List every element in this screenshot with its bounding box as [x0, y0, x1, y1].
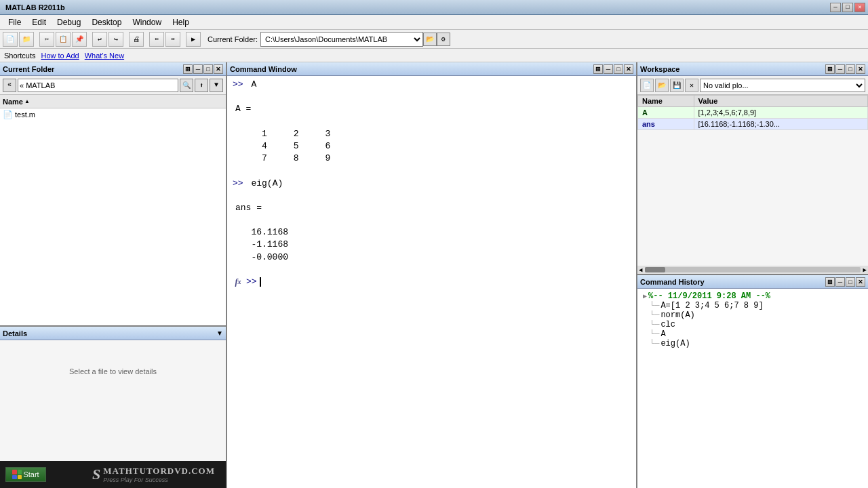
- shortcuts-whats-new[interactable]: What's MATLAB R2011bNew: [85, 52, 124, 60]
- minimize-button[interactable]: ─: [830, 3, 841, 12]
- maximize-button[interactable]: □: [842, 3, 853, 12]
- cut-button[interactable]: ✂: [39, 32, 54, 47]
- redo-button[interactable]: ↪: [108, 32, 123, 47]
- history-content: ▶ %-- 11/9/2011 9:28 AM --% A=[1 2 3;4 5…: [637, 289, 868, 488]
- menu-edit[interactable]: Edit: [26, 16, 52, 28]
- workspace-row-A[interactable]: A [1,2,3;4,5,6;7,8,9]: [638, 107, 868, 119]
- ws-min-button[interactable]: ─: [835, 64, 845, 74]
- history-cmd-4[interactable]: A: [643, 329, 863, 339]
- scroll-right-button[interactable]: ▶: [862, 266, 868, 274]
- command-window-title-bar: Command Window ⊞ ─ □ ✕: [227, 62, 636, 76]
- workspace-scrollbar[interactable]: ◀ ▶: [637, 266, 868, 274]
- matrix-2-1: 4 5 6: [233, 141, 330, 151]
- cmd-blank-6: [233, 264, 631, 276]
- menu-bar: File Edit Debug Desktop Window Help: [0, 15, 868, 30]
- workspace-title: Workspace: [640, 65, 825, 73]
- cw-min-button[interactable]: ─: [604, 64, 613, 74]
- details-title-bar[interactable]: Details ▼: [0, 327, 226, 340]
- browse-button[interactable]: ⬅: [149, 32, 164, 47]
- simulink-button[interactable]: ▶: [186, 32, 201, 47]
- file-list-header: Name ▲: [0, 95, 226, 108]
- scrollbar-track: [645, 267, 860, 272]
- workspace-row-ans[interactable]: ans [16.1168;-1.1168;-1.30...: [638, 119, 868, 130]
- hist-close-button[interactable]: ✕: [856, 277, 865, 287]
- hist-max-button[interactable]: □: [846, 277, 855, 287]
- windows-logo-icon: [12, 470, 22, 479]
- open-file-button[interactable]: 📁: [19, 32, 34, 47]
- sort-arrow: ▲: [24, 98, 30, 104]
- ws-delete-button[interactable]: ✕: [685, 79, 698, 92]
- back-button[interactable]: «: [3, 79, 16, 92]
- history-cmd-5[interactable]: eig(A): [643, 339, 863, 348]
- cw-undock-button[interactable]: ⊞: [593, 64, 603, 74]
- current-folder-select[interactable]: C:\Users\Jason\Documents\MATLAB: [260, 32, 423, 47]
- history-collapse-icon[interactable]: ▶: [643, 292, 647, 300]
- folder-actions-button[interactable]: ▼: [210, 79, 223, 92]
- cmd-ans-label: ans =: [233, 202, 631, 214]
- left-panel: Current Folder ⊞ ─ □ ✕ « 🔍 ⬆ ▼ Name ▲ 📄: [0, 62, 227, 488]
- current-folder-path-input[interactable]: [18, 79, 178, 92]
- cf-max-button[interactable]: □: [203, 64, 213, 74]
- logo-tagline: Press Play For Success: [103, 476, 215, 483]
- logo-content: S MathTutorDVD.com Press Play For Succes…: [46, 466, 220, 483]
- folder-browse-button[interactable]: 📂: [423, 33, 437, 46]
- history-title: Command History: [640, 278, 825, 286]
- hist-undock-button[interactable]: ⊞: [825, 277, 835, 287]
- copy-button[interactable]: 📋: [56, 32, 71, 47]
- eig-result-1: 16.1168: [233, 226, 631, 239]
- search-button[interactable]: 🔍: [180, 79, 193, 92]
- forward-button[interactable]: ➡: [165, 32, 180, 47]
- matrix-row-3: 7 8 9: [233, 152, 631, 165]
- menu-window[interactable]: Window: [127, 16, 167, 28]
- cf-close-button[interactable]: ✕: [214, 64, 223, 74]
- ws-close-button[interactable]: ✕: [856, 64, 865, 74]
- menu-desktop[interactable]: Desktop: [86, 16, 127, 28]
- history-cmd-3[interactable]: clc: [643, 320, 863, 329]
- folder-settings-button[interactable]: ⚙: [437, 33, 450, 46]
- details-expand-icon: ▼: [216, 329, 223, 337]
- cmd-current-line[interactable]: fx >>: [233, 276, 631, 288]
- details-panel: Details ▼ Select a file to view details: [0, 325, 226, 461]
- name-column-header: Name ▲: [3, 98, 30, 106]
- ws-new-var-button[interactable]: 📄: [640, 79, 654, 92]
- menu-help[interactable]: Help: [167, 16, 195, 28]
- undo-button[interactable]: ↩: [92, 32, 107, 47]
- prompt-1: >>: [233, 79, 243, 89]
- folder-label: Current Folder:: [208, 35, 258, 43]
- menu-debug[interactable]: Debug: [52, 16, 86, 28]
- file-browser-toolbar: « 🔍 ⬆ ▼: [0, 76, 226, 95]
- cf-min-button[interactable]: ─: [193, 64, 203, 74]
- hist-min-button[interactable]: ─: [835, 277, 845, 287]
- new-file-button[interactable]: 📄: [3, 32, 18, 47]
- scrollbar-thumb[interactable]: [645, 267, 665, 272]
- start-button[interactable]: Start: [5, 467, 46, 482]
- eig-val-3: -0.0000: [233, 252, 288, 262]
- print-button[interactable]: 🖨: [129, 32, 144, 47]
- shortcuts-how-to-add[interactable]: How to Add: [41, 52, 79, 60]
- cmd-blank-3: [233, 165, 631, 177]
- parent-folder-button[interactable]: ⬆: [195, 79, 208, 92]
- ws-undock-button[interactable]: ⊞: [825, 64, 835, 74]
- ws-open-button[interactable]: 📂: [655, 79, 669, 92]
- cw-close-button[interactable]: ✕: [624, 64, 633, 74]
- file-item-testm[interactable]: 📄 test.m: [0, 108, 226, 121]
- history-session-label: %-- 11/9/2011 9:28 AM --%: [648, 291, 770, 301]
- scroll-left-button[interactable]: ◀: [637, 266, 644, 274]
- history-cmd-2[interactable]: norm(A): [643, 310, 863, 320]
- ws-max-button[interactable]: □: [846, 64, 855, 74]
- cw-max-button[interactable]: □: [614, 64, 623, 74]
- cmd-blank-2: [233, 116, 631, 128]
- cf-undock-button[interactable]: ⊞: [183, 64, 193, 74]
- close-button[interactable]: ✕: [854, 3, 865, 12]
- paste-button[interactable]: 📌: [72, 32, 87, 47]
- plot-select[interactable]: No valid plo...: [700, 79, 865, 92]
- history-title-bar: Command History ⊞ ─ □ ✕: [637, 275, 868, 289]
- history-cmd-1[interactable]: A=[1 2 3;4 5 6;7 8 9]: [643, 301, 863, 310]
- command-window-content[interactable]: >> A A = 1 2 3 4 5 6 7 8 9: [227, 76, 636, 488]
- ws-save-button[interactable]: 💾: [670, 79, 684, 92]
- folder-path-area: Current Folder: C:\Users\Jason\Documents…: [205, 32, 450, 47]
- menu-file[interactable]: File: [3, 16, 26, 28]
- shortcuts-bar: Shortcuts How to Add What's MATLAB R2011…: [0, 49, 868, 62]
- details-title-text: Details: [3, 329, 27, 338]
- cmd-line-eig: >> eig(A): [233, 178, 631, 190]
